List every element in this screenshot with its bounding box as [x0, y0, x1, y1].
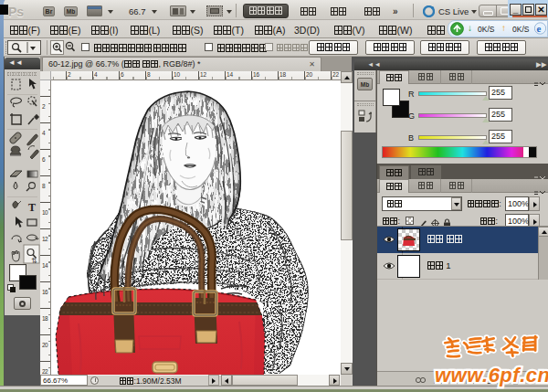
svg-text:T: T	[28, 201, 36, 214]
svg-text:www.6pf.cn: www.6pf.cn	[435, 364, 548, 387]
svg-text:e: e	[537, 23, 542, 34]
